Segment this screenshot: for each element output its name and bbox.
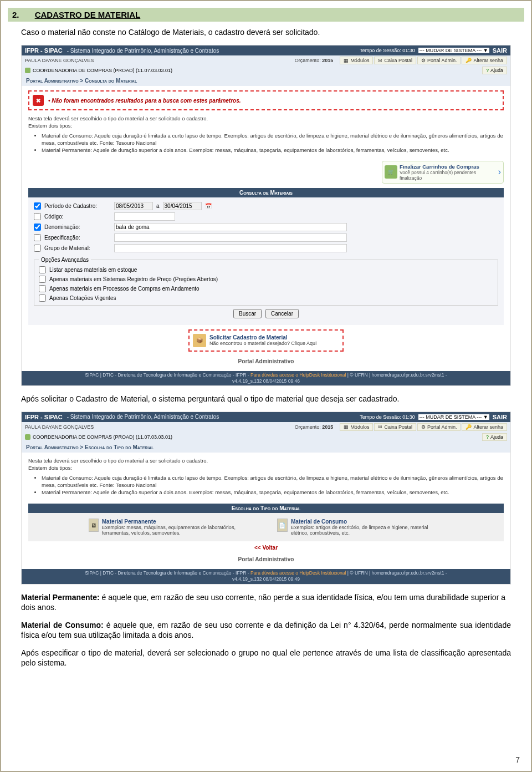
especificacao-input[interactable] bbox=[114, 233, 347, 242]
footer-helpdesk[interactable]: Para dúvidas acesse o HelpDesk Instituci… bbox=[250, 372, 346, 378]
adv3-label: Apenas materiais em Processos de Compras… bbox=[49, 286, 200, 292]
date-from-input[interactable] bbox=[114, 202, 153, 210]
finalize-title: Finalizar Carrinhos de Compras bbox=[400, 164, 496, 170]
app-brand: IFPR - SIPAC bbox=[25, 47, 63, 54]
app-top-bar: IFPR - SIPAC - Sistema Integrado de Patr… bbox=[22, 45, 510, 55]
mail-icon: ✉ bbox=[378, 58, 382, 63]
cancelar-button[interactable]: Cancelar bbox=[265, 309, 299, 318]
choice-perm-sub: Exemplos: mesas, máquinas, equipamentos … bbox=[102, 525, 255, 536]
codigo-input[interactable] bbox=[114, 212, 175, 221]
cart-icon: 🛒 bbox=[385, 165, 397, 179]
buscar-button[interactable]: Buscar bbox=[233, 309, 262, 318]
choice-cons-title: Material de Consumo bbox=[291, 519, 443, 525]
page-number: 7 bbox=[515, 755, 520, 764]
search-form: Período de Cadastro: a 📅 Código: Denomin… bbox=[28, 197, 504, 325]
portal-admin-link[interactable]: ⚙Portal Admin. bbox=[417, 423, 461, 431]
grupo-input[interactable] bbox=[114, 244, 347, 252]
date-to-input[interactable] bbox=[163, 202, 202, 210]
dept-name: COORDENADORIA DE COMPRAS (PROAD) (11.07.… bbox=[33, 68, 172, 73]
info-text: Nesta tela deverá ser escolhido o tipo d… bbox=[28, 457, 504, 496]
ajuda-link[interactable]: ?Ajuda bbox=[482, 67, 507, 74]
dept-name: COORDENADORIA DE COMPRAS (PROAD) (11.07.… bbox=[33, 434, 172, 440]
box-icon: 📦 bbox=[193, 334, 206, 347]
mat-perm-paragraph: Material Permanente: é aquele que, em ra… bbox=[21, 592, 511, 612]
portal-label: Portal Admin. bbox=[427, 424, 457, 430]
info-bullet1: Material de Consumo: Aquele cuja duração… bbox=[42, 474, 504, 489]
system-switch-dropdown[interactable]: --- MUDAR DE SISTEMA --- ▼ bbox=[418, 48, 489, 53]
solicitar-cadastro-box[interactable]: 📦 Solicitar Cadastro de Material Não enc… bbox=[188, 329, 344, 352]
section-title: CADASTRO DE MATERIAL bbox=[35, 10, 141, 19]
logout-link[interactable]: SAIR bbox=[493, 47, 507, 54]
footer-helpdesk[interactable]: Para dúvidas acesse o HelpDesk Instituci… bbox=[250, 570, 346, 576]
portal-icon: ⚙ bbox=[421, 424, 426, 430]
info-bullet1: Material de Consumo: Aquele cuja duração… bbox=[42, 132, 504, 147]
choice-area: 🖥 Material Permanente Exemplos: mesas, m… bbox=[28, 513, 504, 541]
screenshot-escolha-tipo: IFPR - SIPAC - Sistema Integrado de Patr… bbox=[21, 412, 511, 585]
caixa-postal-link[interactable]: ✉Caixa Postal bbox=[374, 423, 416, 431]
voltar-link[interactable]: << Voltar bbox=[254, 545, 278, 551]
adv2-checkbox[interactable] bbox=[39, 276, 46, 283]
footer-text2: | © UFRN | homemdragao.ifpr.edu.br.srv2i… bbox=[346, 570, 447, 576]
key-icon: 🔑 bbox=[466, 424, 472, 430]
denominacao-label: Denominação: bbox=[44, 224, 111, 230]
finalize-cart-box[interactable]: 🛒 Finalizar Carrinhos de Compras Você po… bbox=[382, 161, 504, 184]
mat-perm-label: Material Permanente: bbox=[21, 593, 100, 602]
error-message-box: ✖ • Não foram encontrados resultados par… bbox=[28, 90, 504, 110]
user-bar-row2: COORDENADORIA DE COMPRAS (PROAD) (11.07.… bbox=[22, 65, 510, 75]
portal-admin-footer-link[interactable]: Portal Administrativo bbox=[28, 554, 504, 565]
denominacao-checkbox[interactable] bbox=[34, 224, 41, 231]
especificacao-checkbox[interactable] bbox=[34, 234, 41, 241]
footer-text1: SIPAC | DTIC - Diretoria de Tecnologia d… bbox=[85, 570, 250, 576]
caixa-postal-link[interactable]: ✉Caixa Postal bbox=[374, 57, 416, 64]
calendar-icon[interactable]: 📅 bbox=[205, 203, 212, 209]
info-text: Nesta tela deverá ser escolhido o tipo d… bbox=[28, 115, 504, 154]
portal-admin-link[interactable]: ⚙Portal Admin. bbox=[417, 57, 461, 64]
system-switch-dropdown[interactable]: --- MUDAR DE SISTEMA --- ▼ bbox=[418, 414, 489, 420]
final-paragraph: Após especificar o tipo de material, dev… bbox=[21, 648, 511, 668]
app-brand: IFPR - SIPAC bbox=[25, 414, 63, 420]
logout-link[interactable]: SAIR bbox=[493, 414, 507, 420]
after-solicit-paragraph: Após solicitar o Cadastro de Material, o… bbox=[21, 394, 511, 404]
module-icon: ▦ bbox=[344, 424, 349, 430]
dept-icon bbox=[25, 434, 30, 440]
caixa-label: Caixa Postal bbox=[384, 424, 412, 430]
help-icon: ? bbox=[486, 68, 489, 73]
footer-version: v4.4.19_s.132 08/04/2015 09:49 bbox=[232, 576, 300, 582]
caixa-label: Caixa Postal bbox=[384, 58, 412, 63]
portal-admin-footer-link[interactable]: Portal Administrativo bbox=[28, 356, 504, 367]
adv4-label: Apenas Cotações Vigentes bbox=[49, 295, 116, 301]
chevron-right-icon: › bbox=[498, 167, 501, 177]
adv3-checkbox[interactable] bbox=[39, 285, 46, 292]
solicit-sub: Não encontrou o material desejado? Cliqu… bbox=[209, 341, 316, 346]
adv4-checkbox[interactable] bbox=[39, 294, 46, 302]
grupo-checkbox[interactable] bbox=[34, 245, 41, 252]
section-number: 2. bbox=[12, 10, 19, 19]
footer-text1: SIPAC | DTIC - Diretoria de Tecnologia d… bbox=[85, 372, 250, 378]
app-footer: SIPAC | DTIC - Diretoria de Tecnologia d… bbox=[22, 569, 510, 583]
alterar-senha-link[interactable]: 🔑Alterar senha bbox=[462, 57, 507, 64]
modulos-link[interactable]: ▦Módulos bbox=[340, 57, 373, 64]
adv1-checkbox[interactable] bbox=[39, 266, 46, 273]
alterar-senha-link[interactable]: 🔑Alterar senha bbox=[462, 423, 507, 431]
periodo-checkbox[interactable] bbox=[34, 202, 41, 210]
alterar-label: Alterar senha bbox=[473, 424, 503, 430]
app-top-bar: IFPR - SIPAC - Sistema Integrado de Patr… bbox=[22, 412, 510, 422]
escolha-header: Escolha do Tipo do Material bbox=[28, 504, 504, 513]
orcamento-label: Orçamento: bbox=[295, 424, 321, 430]
choice-permanente[interactable]: 🖥 Material Permanente Exemplos: mesas, m… bbox=[89, 519, 255, 536]
codigo-label: Código: bbox=[44, 214, 111, 220]
footer-version: v4.4.19_s.132 08/04/2015 09:46 bbox=[232, 378, 300, 384]
section-header: 2. CADASTRO DE MATERIAL bbox=[8, 8, 524, 22]
adv2-label: Apenas materiais em Sistemas Registro de… bbox=[49, 276, 218, 282]
session-time: Tempo de Sessão: 01:30 bbox=[360, 48, 415, 53]
modulos-label: Módulos bbox=[350, 424, 369, 430]
ajuda-link[interactable]: ?Ajuda bbox=[482, 433, 507, 441]
info-bullet2: Material Permanente: Aquele de duração s… bbox=[42, 146, 504, 154]
modulos-link[interactable]: ▦Módulos bbox=[340, 423, 373, 431]
opcoes-avancadas-fieldset: Opções Avançadas Listar apenas materiais… bbox=[34, 257, 498, 306]
denominacao-input[interactable] bbox=[114, 223, 347, 231]
choice-consumo[interactable]: 📄 Material de Consumo Exemplos: artigos … bbox=[277, 519, 443, 536]
especificacao-label: Especificação: bbox=[44, 235, 111, 241]
orcamento-year: 2015 bbox=[322, 424, 333, 430]
codigo-checkbox[interactable] bbox=[34, 213, 41, 220]
